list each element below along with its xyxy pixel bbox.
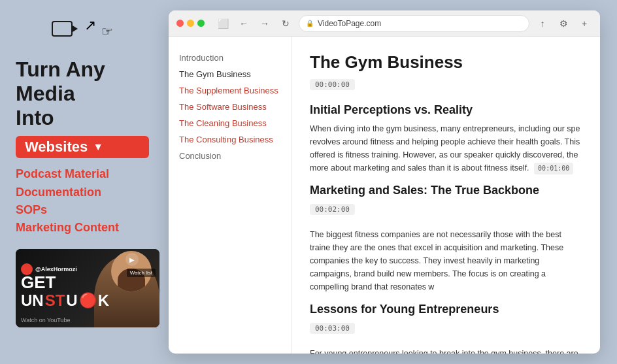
thumbnail-big-text: GET UNSTU🔴K [21, 273, 109, 309]
lock-icon: 🔒 [306, 20, 314, 27]
nav-conclusion[interactable]: Conclusion [169, 148, 291, 164]
maximize-button[interactable] [197, 20, 205, 27]
settings-button[interactable]: ⚙ [556, 16, 571, 31]
section2-body: The biggest fitness companies are not ne… [310, 228, 582, 293]
doc-sidebar: Introduction The Gym Business The Supple… [169, 37, 292, 354]
thumbnail: Input File @AlexHormozi GET UNSTU🔴K Watc… [16, 249, 159, 327]
timestamp-1: 00:00:00 [310, 79, 355, 90]
section2-title: Marketing and Sales: The True Backbone [310, 184, 582, 197]
section3-body: For young entrepreneurs looking to break… [310, 347, 582, 354]
reload-button[interactable]: ↻ [278, 16, 293, 31]
big-text-line2: UNSTU🔴K [21, 292, 109, 309]
section1-body: When diving into the gym business, many … [310, 122, 582, 174]
menu-item-marketing[interactable]: Marketing Content [16, 220, 149, 236]
timestamp-4: 00:03:00 [310, 323, 355, 334]
nav-consulting-business[interactable]: The Consulting Business [169, 131, 291, 148]
browser-window: ⬜ ← → ↻ 🔒 VideoToPage.com ↑ ⚙ + Introduc… [169, 10, 600, 354]
websites-label: Websites [25, 139, 88, 156]
yt-play: Watch on YouTube [21, 317, 70, 323]
url-text: VideoToPage.com [318, 19, 381, 28]
channel-name: @AlexHormozi [35, 266, 77, 273]
big-text-line1: GET [21, 273, 109, 292]
doc-content: The Gym Business 00:00:00 Initial Percep… [292, 37, 600, 354]
left-panel: ↗ ☞ Turn AnyMediaInto Websites ▼ Podcast… [0, 0, 162, 364]
cursor-icon: ↗ [84, 17, 96, 34]
address-bar[interactable]: 🔒 VideoToPage.com [299, 15, 529, 32]
menu-items: Podcast Material Documentation SOPs Mark… [16, 166, 149, 236]
minimize-button[interactable] [187, 20, 194, 27]
close-button[interactable] [176, 20, 184, 27]
menu-item-podcast[interactable]: Podcast Material [16, 166, 149, 182]
nav-gym-business[interactable]: The Gym Business [169, 66, 291, 82]
traffic-lights [176, 20, 205, 27]
tab-icon[interactable]: ⬜ [215, 16, 231, 31]
nav-supplement-business[interactable]: The Supplement Business [169, 82, 291, 99]
headline: Turn AnyMediaInto [16, 58, 149, 129]
nav-cleaning-business[interactable]: The Cleaning Business [169, 115, 291, 131]
watch-bar: Watch list [127, 269, 156, 277]
doc-title: The Gym Business [310, 52, 582, 73]
menu-item-sops[interactable]: SOPs [16, 202, 149, 218]
nav-introduction[interactable]: Introduction [169, 50, 291, 66]
forward-button[interactable]: → [257, 16, 273, 31]
timestamp-2: 00:01:00 [534, 163, 573, 174]
timestamp-3: 00:02:00 [310, 204, 355, 215]
menu-item-docs[interactable]: Documentation [16, 184, 149, 201]
browser-chrome: ⬜ ← → ↻ 🔒 VideoToPage.com ↑ ⚙ + [169, 10, 600, 37]
back-button[interactable]: ← [236, 16, 252, 31]
chevron-down-icon: ▼ [93, 141, 103, 153]
section1-title: Initial Perceptions vs. Reality [310, 103, 582, 117]
video-icon [52, 21, 73, 37]
share-button[interactable]: ↑ [535, 16, 550, 31]
play-icon[interactable]: ▶ [125, 253, 139, 266]
thumbnail-content: @AlexHormozi GET UNSTU🔴K Watch on YouTub… [16, 249, 159, 327]
new-tab-button[interactable]: + [576, 16, 592, 31]
section3-title: Lessons for Young Entrepreneurs [310, 303, 582, 316]
nav-software-business[interactable]: The Software Business [169, 99, 291, 115]
hand-icon: ☞ [101, 24, 113, 39]
websites-badge[interactable]: Websites ▼ [16, 136, 149, 158]
browser-body: Introduction The Gym Business The Supple… [169, 37, 600, 354]
hero-icons: ↗ ☞ [16, 16, 149, 55]
